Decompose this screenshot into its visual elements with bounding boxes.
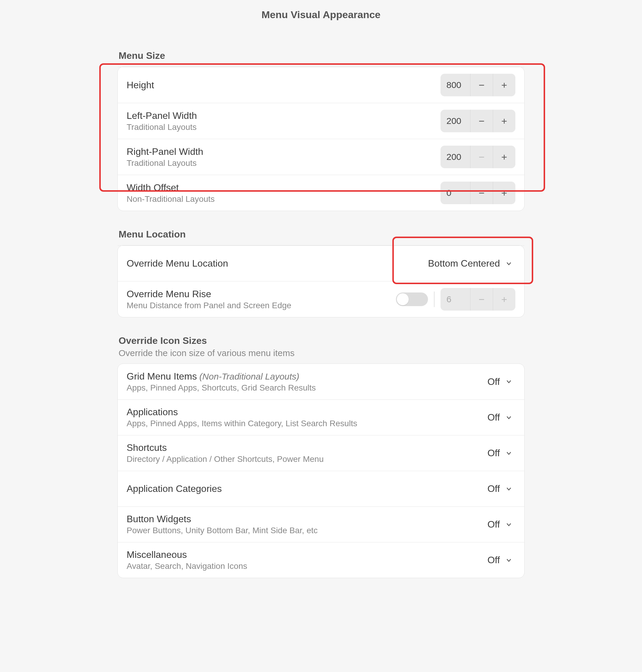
row-shortcuts: Shortcuts Directory / Application / Othe… — [118, 435, 524, 471]
chevron-down-icon — [505, 413, 513, 422]
row-override-menu-rise: Override Menu Rise Menu Distance from Pa… — [118, 281, 524, 317]
spin-override-menu-rise: 6 − + — [440, 288, 515, 311]
value-height[interactable]: 800 — [440, 74, 470, 96]
toggle-override-menu-rise[interactable] — [396, 293, 428, 306]
row-override-menu-location: Override Menu Location Bottom Centered — [118, 245, 524, 281]
sub-miscellaneous: Avatar, Search, Navigation Icons — [127, 561, 247, 571]
spin-width-offset: 0 − + — [440, 182, 515, 204]
section-subtitle-icon-sizes: Override the icon size of various menu i… — [117, 348, 525, 358]
spin-right-panel-width: 200 − + — [440, 146, 515, 168]
label-width-offset: Width Offset — [127, 182, 215, 193]
chevron-down-icon — [505, 449, 513, 457]
chevron-down-icon — [505, 259, 513, 268]
section-title-menu-size: Menu Size — [117, 50, 525, 61]
row-application-categories: Application Categories Off — [118, 471, 524, 506]
chevron-down-icon — [505, 485, 513, 493]
spin-height: 800 − + — [440, 74, 515, 96]
page-title: Menu Visual Appearance — [0, 9, 642, 21]
spin-left-panel-width: 200 − + — [440, 110, 515, 132]
row-grid-menu-items: Grid Menu Items (Non-Traditional Layouts… — [118, 364, 524, 399]
value-override-menu-rise: 6 — [440, 288, 470, 311]
decrement-height[interactable]: − — [470, 74, 493, 96]
section-title-menu-location: Menu Location — [117, 229, 525, 240]
chevron-down-icon — [505, 520, 513, 529]
row-applications: Applications Apps, Pinned Apps, Items wi… — [118, 399, 524, 435]
sub-right-panel-width: Traditional Layouts — [127, 158, 203, 168]
sub-left-panel-width: Traditional Layouts — [127, 122, 197, 132]
decrement-override-menu-rise: − — [470, 288, 493, 311]
dropdown-grid-menu-items[interactable]: Off — [485, 373, 515, 390]
label-miscellaneous: Miscellaneous — [127, 549, 247, 560]
dropdown-applications[interactable]: Off — [485, 409, 515, 426]
dropdown-shortcuts[interactable]: Off — [485, 444, 515, 462]
label-left-panel-width: Left-Panel Width — [127, 110, 197, 121]
row-button-widgets: Button Widgets Power Buttons, Unity Bott… — [118, 506, 524, 542]
label-override-menu-rise: Override Menu Rise — [127, 288, 291, 300]
chevron-down-icon — [505, 556, 513, 565]
label-height: Height — [127, 80, 154, 91]
row-height: Height 800 − + — [118, 67, 524, 103]
increment-height[interactable]: + — [493, 74, 515, 96]
dropdown-button-widgets[interactable]: Off — [485, 516, 515, 533]
increment-right-panel-width[interactable]: + — [493, 146, 515, 168]
value-width-offset[interactable]: 0 — [440, 182, 470, 204]
panel-menu-location: Override Menu Location Bottom Centered O… — [117, 245, 525, 318]
label-applications: Applications — [127, 406, 357, 417]
label-application-categories: Application Categories — [127, 483, 222, 494]
sub-grid-menu-items: Apps, Pinned Apps, Shortcuts, Grid Searc… — [127, 383, 316, 392]
label-shortcuts: Shortcuts — [127, 442, 324, 453]
sub-applications: Apps, Pinned Apps, Items within Category… — [127, 419, 357, 428]
label-right-panel-width: Right-Panel Width — [127, 146, 203, 157]
sub-override-menu-rise: Menu Distance from Panel and Screen Edge — [127, 301, 291, 310]
decrement-right-panel-width: − — [470, 146, 493, 168]
row-left-panel-width: Left-Panel Width Traditional Layouts 200… — [118, 103, 524, 139]
panel-menu-size: Height 800 − + Left-Panel Width Traditio… — [117, 67, 525, 211]
decrement-left-panel-width[interactable]: − — [470, 110, 493, 132]
row-right-panel-width: Right-Panel Width Traditional Layouts 20… — [118, 139, 524, 175]
dropdown-miscellaneous[interactable]: Off — [485, 552, 515, 569]
panel-icon-sizes: Grid Menu Items (Non-Traditional Layouts… — [117, 363, 525, 578]
increment-override-menu-rise: + — [493, 288, 515, 311]
row-width-offset: Width Offset Non-Traditional Layouts 0 −… — [118, 175, 524, 211]
label-override-menu-location: Override Menu Location — [127, 258, 228, 269]
value-left-panel-width[interactable]: 200 — [440, 110, 470, 132]
decrement-width-offset[interactable]: − — [470, 182, 493, 204]
sub-button-widgets: Power Buttons, Unity Bottom Bar, Mint Si… — [127, 526, 318, 535]
label-button-widgets: Button Widgets — [127, 514, 318, 525]
row-miscellaneous: Miscellaneous Avatar, Search, Navigation… — [118, 542, 524, 578]
value-right-panel-width[interactable]: 200 — [440, 146, 470, 168]
section-title-icon-sizes: Override Icon Sizes — [117, 335, 525, 346]
dropdown-override-menu-location[interactable]: Bottom Centered — [426, 255, 515, 272]
increment-width-offset[interactable]: + — [493, 182, 515, 204]
dropdown-application-categories[interactable]: Off — [485, 480, 515, 497]
chevron-down-icon — [505, 377, 513, 386]
increment-left-panel-width[interactable]: + — [493, 110, 515, 132]
sub-width-offset: Non-Traditional Layouts — [127, 194, 215, 204]
label-grid-menu-items: Grid Menu Items (Non-Traditional Layouts… — [127, 371, 316, 382]
value-override-menu-location: Bottom Centered — [428, 258, 500, 269]
sub-shortcuts: Directory / Application / Other Shortcut… — [127, 454, 324, 464]
